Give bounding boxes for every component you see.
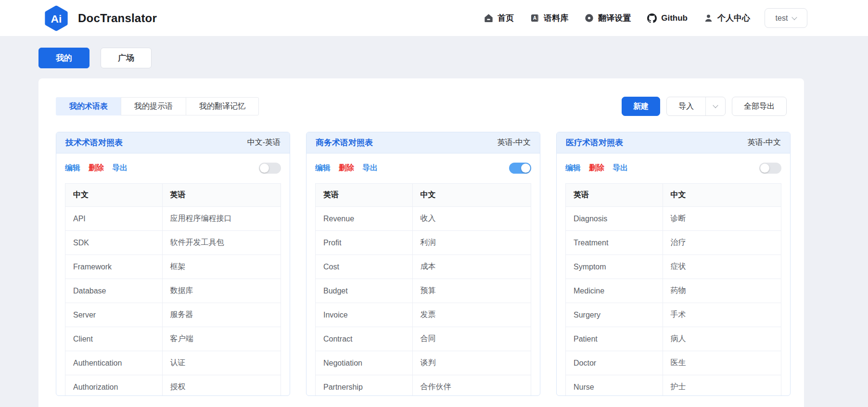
delete-link[interactable]: 删除: [89, 163, 104, 173]
term-cell: 框架: [162, 255, 281, 279]
nav-item-label: 首页: [498, 13, 514, 24]
delete-link[interactable]: 删除: [589, 163, 604, 173]
export-all-button[interactable]: 全部导出: [732, 97, 787, 116]
nav-item-translate-settings[interactable]: 翻译设置: [585, 13, 631, 24]
column-header: 英语: [162, 184, 281, 207]
column-header: 英语: [566, 184, 663, 207]
enable-toggle[interactable]: [759, 163, 781, 174]
table-row: Nurse护士: [566, 375, 781, 396]
nav-item-corpus[interactable]: A语料库: [530, 13, 568, 24]
table-row: Contract合同: [316, 327, 531, 351]
term-cell: Server: [65, 303, 163, 327]
term-cell: 病人: [663, 327, 781, 351]
table-row: Authorization授权: [65, 375, 281, 396]
tab-my-glossaries[interactable]: 我的术语表: [56, 97, 121, 115]
term-cell: Cost: [316, 255, 413, 279]
glossary-card-body: 编辑删除导出英语中文Revenue收入Profit利润Cost成本Budget预…: [306, 153, 540, 396]
corpus-icon: A: [530, 13, 539, 23]
edit-link[interactable]: 编辑: [315, 163, 331, 173]
table-row: Doctor医生: [566, 351, 781, 375]
term-cell: 医生: [663, 351, 781, 375]
tab-my-translation-memory[interactable]: 我的翻译记忆: [186, 97, 259, 115]
column-header: 中文: [412, 184, 531, 207]
svg-text:A: A: [533, 15, 537, 21]
term-cell: Budget: [316, 279, 413, 303]
export-link[interactable]: 导出: [362, 163, 378, 173]
tab-my-prompts[interactable]: 我的提示语: [121, 97, 186, 115]
delete-link[interactable]: 删除: [339, 163, 354, 173]
nav-item-label: 个人中心: [717, 13, 750, 24]
table-row: Framework框架: [65, 255, 281, 279]
table-row: Profit利润: [316, 231, 531, 255]
enable-toggle[interactable]: [509, 163, 531, 174]
term-cell: Contract: [316, 327, 413, 351]
view-switch: 我的 广场: [38, 48, 868, 68]
term-cell: Doctor: [566, 351, 663, 375]
term-cell: Authorization: [65, 375, 163, 396]
term-cell: 客户端: [162, 327, 281, 351]
new-button[interactable]: 新建: [622, 97, 660, 116]
import-dropdown-toggle[interactable]: [706, 97, 725, 115]
user-dropdown[interactable]: test: [765, 8, 807, 28]
term-cell: Partnership: [316, 375, 413, 396]
tab-mine[interactable]: 我的: [38, 48, 89, 68]
column-header: 中文: [663, 184, 781, 207]
glossary-card-body: 编辑删除导出英语中文Diagnosis诊断Treatment治疗Symptom症…: [557, 153, 790, 396]
term-cell: Authentication: [65, 351, 163, 375]
edit-link[interactable]: 编辑: [565, 163, 581, 173]
glossary-card: 医疗术语对照表英语-中文编辑删除导出英语中文Diagnosis诊断Treatme…: [556, 132, 791, 396]
glossary-table: 英语中文Diagnosis诊断Treatment治疗Symptom症状Medic…: [565, 183, 781, 396]
github-icon: [647, 13, 657, 23]
term-cell: Medicine: [566, 279, 663, 303]
tab-plaza[interactable]: 广场: [101, 48, 152, 68]
toggle-knob: [760, 164, 769, 173]
term-cell: 收入: [412, 207, 531, 231]
navbar-menu: 首页A语料库翻译设置Github个人中心: [484, 13, 750, 24]
app-title: DocTranslator: [78, 12, 157, 25]
glossary-card-header: 医疗术语对照表英语-中文: [557, 132, 790, 153]
import-button[interactable]: 导入: [666, 97, 726, 116]
export-link[interactable]: 导出: [613, 163, 628, 173]
toggle-knob: [260, 164, 269, 173]
glossary-lang-pair: 中文-英语: [247, 138, 281, 148]
table-row: API应用程序编程接口: [65, 207, 281, 231]
import-button-label[interactable]: 导入: [667, 97, 705, 115]
term-cell: Framework: [65, 255, 163, 279]
glossary-card-header: 技术术语对照表中文-英语: [56, 132, 290, 153]
export-link[interactable]: 导出: [112, 163, 128, 173]
edit-link[interactable]: 编辑: [65, 163, 80, 173]
term-cell: Treatment: [566, 231, 663, 255]
term-cell: Invoice: [316, 303, 413, 327]
chevron-down-icon: [792, 14, 797, 20]
home-icon: [484, 13, 493, 23]
glossary-actions: 编辑删除导出: [315, 162, 531, 174]
glossary-card: 技术术语对照表中文-英语编辑删除导出中文英语API应用程序编程接口SDK软件开发…: [56, 132, 290, 396]
logo-text: Ai: [51, 12, 62, 25]
nav-item-home[interactable]: 首页: [484, 13, 514, 24]
nav-item-github[interactable]: Github: [647, 13, 688, 23]
enable-toggle[interactable]: [259, 163, 281, 174]
column-header: 英语: [316, 184, 413, 207]
nav-item-user[interactable]: 个人中心: [704, 13, 750, 24]
panel-header: 我的术语表我的提示语我的翻译记忆 新建 导入 全部导出: [56, 97, 787, 116]
glossary-lang-pair: 英语-中文: [498, 138, 531, 148]
brand[interactable]: Ai DocTranslator: [43, 5, 157, 32]
table-row: Negotiation谈判: [316, 351, 531, 375]
table-row: Database数据库: [65, 279, 281, 303]
glossary-card-body: 编辑删除导出中文英语API应用程序编程接口SDK软件开发工具包Framework…: [56, 153, 290, 396]
table-row: Patient病人: [566, 327, 781, 351]
term-cell: 治疗: [663, 231, 781, 255]
term-cell: 手术: [663, 303, 781, 327]
table-row: Cost成本: [316, 255, 531, 279]
navbar: Ai DocTranslator 首页A语料库翻译设置Github个人中心 te…: [0, 0, 868, 37]
glossary-grid: 技术术语对照表中文-英语编辑删除导出中文英语API应用程序编程接口SDK软件开发…: [56, 132, 787, 396]
term-cell: 数据库: [162, 279, 281, 303]
term-cell: 合作伙伴: [412, 375, 531, 396]
term-cell: Surgery: [566, 303, 663, 327]
term-cell: 软件开发工具包: [162, 231, 281, 255]
term-cell: 认证: [162, 351, 281, 375]
toggle-knob: [521, 164, 530, 173]
term-cell: 症状: [663, 255, 781, 279]
panel-tabs: 我的术语表我的提示语我的翻译记忆: [56, 97, 259, 115]
term-cell: 药物: [663, 279, 781, 303]
